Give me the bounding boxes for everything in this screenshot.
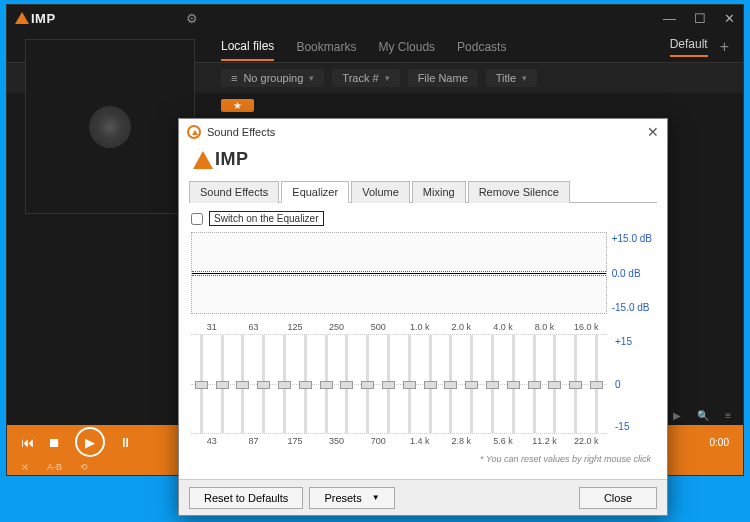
stop-button[interactable]: ⏹	[48, 435, 61, 450]
eq-slider-15[interactable]	[503, 335, 524, 433]
column-title[interactable]: Title▾	[486, 69, 537, 87]
minimize-button[interactable]: —	[663, 11, 676, 26]
db-bot: -15.0 dB	[612, 302, 652, 313]
maximize-button[interactable]: ☐	[694, 11, 706, 26]
eq-slider-17[interactable]	[545, 335, 566, 433]
eq-slider-18[interactable]	[565, 335, 586, 433]
freq-top-3: 250	[316, 322, 358, 332]
tab-mixing[interactable]: Mixing	[412, 181, 466, 203]
dialog-close-icon[interactable]: ✕	[647, 124, 659, 140]
slider-thumb[interactable]	[403, 381, 416, 389]
slider-thumb[interactable]	[195, 381, 208, 389]
slider-thumb[interactable]	[548, 381, 561, 389]
forward-icon[interactable]: ▶	[673, 410, 681, 421]
rating-filter[interactable]: ★	[221, 99, 254, 112]
ab-repeat-button[interactable]: A-B	[47, 462, 62, 472]
column-filename[interactable]: File Name	[408, 69, 478, 87]
tab-my-clouds[interactable]: My Clouds	[378, 34, 435, 60]
slider-thumb[interactable]	[320, 381, 333, 389]
eq-slider-0[interactable]	[191, 335, 212, 433]
freq-top-6: 2.0 k	[441, 322, 483, 332]
slider-thumb[interactable]	[257, 381, 270, 389]
grouping-dropdown[interactable]: ≡No grouping▾	[221, 69, 324, 87]
close-button[interactable]: Close	[579, 487, 657, 509]
freq-bot-8: 11.2 k	[524, 436, 566, 446]
tab-sound-effects[interactable]: Sound Effects	[189, 181, 279, 203]
freq-bot-4: 700	[357, 436, 399, 446]
search-icon[interactable]: 🔍	[697, 410, 709, 421]
slider-thumb[interactable]	[486, 381, 499, 389]
db-scale: +15.0 dB 0.0 dB -15.0 dB	[612, 233, 652, 313]
eq-slider-12[interactable]	[441, 335, 462, 433]
eq-slider-19[interactable]	[586, 335, 607, 433]
column-track[interactable]: Track #▾	[332, 69, 399, 87]
chevron-down-icon: ▾	[309, 73, 314, 83]
slider-thumb[interactable]	[569, 381, 582, 389]
tab-remove-silence[interactable]: Remove Silence	[468, 181, 570, 203]
eq-slider-16[interactable]	[524, 335, 545, 433]
close-button[interactable]: ✕	[724, 11, 735, 26]
eq-slider-9[interactable]	[378, 335, 399, 433]
slider-thumb[interactable]	[361, 381, 374, 389]
dialog-brand: IMP	[179, 145, 667, 180]
menu-icon[interactable]: ≡	[725, 410, 731, 421]
equalizer-switch-label[interactable]: Switch on the Equalizer	[209, 211, 324, 226]
pause-button[interactable]: ⏸	[119, 435, 132, 450]
freq-bot-9: 22.0 k	[565, 436, 607, 446]
reset-button[interactable]: Reset to Defaults	[189, 487, 303, 509]
logo-text: IMP	[31, 11, 56, 26]
tab-bookmarks[interactable]: Bookmarks	[296, 34, 356, 60]
slider-thumb[interactable]	[444, 381, 457, 389]
db-mid: 0.0 dB	[612, 268, 652, 279]
dialog-body: Switch on the Equalizer +15.0 dB 0.0 dB …	[179, 203, 667, 472]
db-top: +15.0 dB	[612, 233, 652, 244]
eq-slider-4[interactable]	[274, 335, 295, 433]
slider-thumb[interactable]	[299, 381, 312, 389]
eq-slider-10[interactable]	[399, 335, 420, 433]
tab-equalizer[interactable]: Equalizer	[281, 181, 349, 203]
eq-slider-11[interactable]	[420, 335, 441, 433]
eq-slider-14[interactable]	[482, 335, 503, 433]
freq-top-8: 8.0 k	[524, 322, 566, 332]
playlist-default[interactable]: Default	[670, 37, 708, 57]
slider-thumb[interactable]	[590, 381, 603, 389]
eq-slider-7[interactable]	[337, 335, 358, 433]
album-art-area	[25, 39, 195, 214]
prev-button[interactable]: ⏮	[21, 435, 34, 450]
slider-thumb[interactable]	[465, 381, 478, 389]
slider-thumb[interactable]	[424, 381, 437, 389]
scale-top: +15	[615, 336, 655, 347]
shuffle-button[interactable]: ⤨	[21, 462, 29, 472]
play-button[interactable]: ▶	[75, 427, 105, 457]
repeat-button[interactable]: ⟲	[80, 462, 88, 472]
brand-triangle-icon	[193, 151, 213, 169]
slider-thumb[interactable]	[528, 381, 541, 389]
tab-podcasts[interactable]: Podcasts	[457, 34, 506, 60]
slider-thumb[interactable]	[507, 381, 520, 389]
equalizer-checkbox[interactable]	[191, 213, 203, 225]
tab-local-files[interactable]: Local files	[221, 33, 274, 61]
slider-scale: +15 0 -15	[615, 334, 655, 434]
freq-labels-bottom: 43871753507001.4 k2.8 k5.6 k11.2 k22.0 k	[191, 436, 607, 446]
slider-thumb[interactable]	[382, 381, 395, 389]
disc-icon	[89, 106, 131, 148]
slider-thumb[interactable]	[236, 381, 249, 389]
eq-slider-3[interactable]	[253, 335, 274, 433]
eq-slider-2[interactable]	[233, 335, 254, 433]
gear-icon[interactable]: ⚙	[186, 11, 198, 26]
slider-thumb[interactable]	[278, 381, 291, 389]
eq-slider-13[interactable]	[461, 335, 482, 433]
tab-volume[interactable]: Volume	[351, 181, 410, 203]
presets-button[interactable]: Presets▼	[309, 487, 394, 509]
eq-slider-5[interactable]	[295, 335, 316, 433]
scale-bot: -15	[615, 421, 655, 432]
slider-thumb[interactable]	[216, 381, 229, 389]
slider-thumb[interactable]	[340, 381, 353, 389]
eq-sliders	[191, 334, 607, 434]
eq-slider-1[interactable]	[212, 335, 233, 433]
dialog-title: Sound Effects	[207, 126, 275, 138]
eq-slider-8[interactable]	[357, 335, 378, 433]
freq-bot-3: 350	[316, 436, 358, 446]
add-playlist-button[interactable]: +	[720, 38, 729, 56]
eq-slider-6[interactable]	[316, 335, 337, 433]
